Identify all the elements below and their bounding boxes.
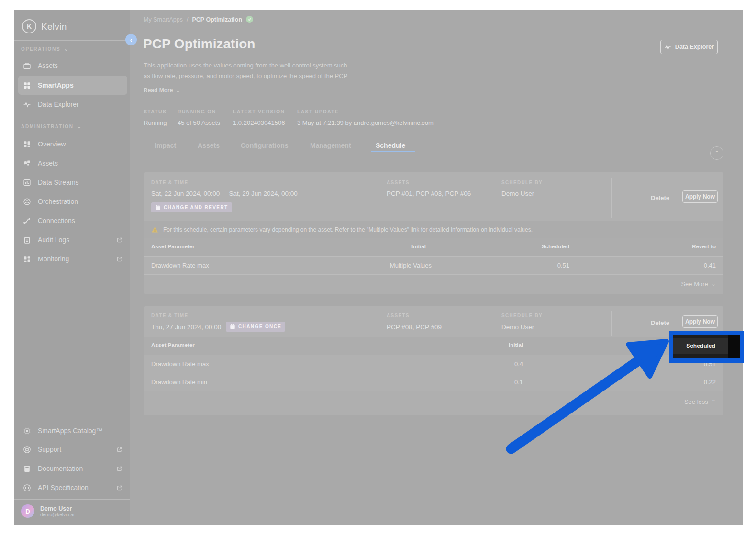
- last-update-label: LAST UPDATE: [297, 109, 339, 114]
- see-less-label: See less: [684, 398, 708, 405]
- sidebar-section-operations[interactable]: OPERATIONS ⌄: [21, 46, 69, 52]
- sidebar-collapse-button[interactable]: ‹: [125, 34, 137, 45]
- brand-name: Kelvin': [41, 22, 68, 32]
- sidebar-item-label: Monitoring: [38, 255, 69, 263]
- monitoring-grid-icon: [23, 255, 31, 263]
- badge-label: CHANGE AND REVERT: [164, 205, 228, 210]
- column-header: Asset Parameter: [151, 244, 195, 249]
- section-label: ADMINISTRATION: [21, 124, 74, 129]
- table-header-row: Asset Parameter Initial Scheduled Revert…: [144, 238, 723, 256]
- sidebar-item-assets[interactable]: Assets: [18, 56, 127, 75]
- brand-text: Kelvin: [41, 22, 67, 32]
- cell-revert-to: 0.41: [704, 262, 716, 269]
- user-menu[interactable]: D Demo User demo@kelvin.ai: [21, 504, 74, 518]
- date-time-label: DATE & TIME: [151, 180, 188, 185]
- chevron-down-icon: ⌄: [176, 88, 180, 93]
- cell-initial[interactable]: Multiple Values: [390, 262, 432, 269]
- read-more-toggle[interactable]: Read More ⌄: [144, 87, 180, 94]
- tab-schedule[interactable]: Schedule: [376, 142, 405, 149]
- schedule-by-label: SCHEDULE BY: [501, 313, 543, 318]
- sidebar-item-support[interactable]: Support: [18, 440, 127, 459]
- app-description-line2: as flow rate, pressure, and motor speed,…: [144, 72, 347, 79]
- warning-icon: [151, 226, 158, 233]
- tab-management[interactable]: Management: [310, 142, 351, 149]
- assets-label: ASSETS: [387, 313, 410, 318]
- sidebar-divider: [14, 418, 130, 418]
- sidebar-item-smartapps-catalog[interactable]: SmartApps Catalog™: [18, 421, 127, 440]
- breadcrumb-separator: /: [187, 16, 188, 23]
- sidebar-item-label: SmartApps Catalog™: [38, 427, 102, 435]
- assets-value: PCP #01, PCP #03, PCP #06: [387, 190, 471, 197]
- sidebar-item-label: Documentation: [38, 465, 83, 472]
- schedule-by-value: Demo User: [501, 190, 534, 197]
- dashboard-icon: [23, 140, 31, 148]
- last-update-value: 3 May at 7:21:39 by andre.gomes@kelvinin…: [297, 119, 434, 126]
- table-row: Drawdown Rate max Multiple Values 0.51 0…: [144, 256, 723, 274]
- sidebar-item-api-specification[interactable]: API Specification: [18, 478, 127, 497]
- delete-button[interactable]: Delete: [651, 194, 669, 201]
- breadcrumb-root-link[interactable]: My SmartApps: [144, 16, 183, 23]
- sidebar-item-data-explorer[interactable]: Data Explorer: [18, 95, 127, 114]
- apply-now-button[interactable]: Apply Now: [682, 190, 718, 203]
- running-on-value: 45 of 50 Assets: [178, 119, 220, 126]
- api-brackets-icon: [23, 484, 31, 492]
- chevron-down-icon: ⌄: [64, 46, 69, 52]
- sidebar-item-data-streams[interactable]: Data Streams: [18, 173, 127, 192]
- annotation-highlight-box: [669, 331, 744, 363]
- sidebar-item-label: Connections: [38, 217, 75, 224]
- date-start: Sat, 22 Jun 2024, 00:00: [151, 190, 220, 197]
- sidebar-item-documentation[interactable]: Documentation: [18, 459, 127, 478]
- card-divider: [611, 178, 612, 218]
- sidebar-item-label: Assets: [38, 159, 58, 167]
- date-start: Thu, 27 Jun 2024, 00:00: [151, 324, 221, 331]
- schedule-card-1: DATE & TIME Sat, 22 Jun 2024, 00:00 Sat,…: [144, 172, 723, 294]
- tab-impact[interactable]: Impact: [155, 142, 176, 149]
- collapse-section-button[interactable]: ⌃: [710, 146, 723, 160]
- card-divider: [378, 178, 378, 218]
- bar-chart-icon: [23, 179, 31, 187]
- calendar-icon: [155, 204, 161, 211]
- assets-label: ASSETS: [387, 180, 410, 185]
- sidebar-item-admin-assets[interactable]: Assets: [18, 154, 127, 173]
- column-header: Scheduled: [542, 244, 569, 249]
- screenshot-root: K Kelvin' OPERATIONS ⌄ Assets SmartApps …: [0, 0, 756, 536]
- tab-assets[interactable]: Assets: [198, 142, 220, 149]
- latest-version-value: 1.0.202403041506: [233, 119, 285, 126]
- pulse-icon: [664, 44, 671, 51]
- see-less-toggle[interactable]: See less ⌃: [684, 398, 716, 405]
- sidebar-item-smartapps[interactable]: SmartApps: [18, 76, 127, 95]
- sidebar-item-overview[interactable]: Overview: [18, 134, 127, 154]
- sidebar-item-connections[interactable]: Connections: [18, 211, 127, 230]
- section-label: OPERATIONS: [21, 46, 60, 52]
- sidebar-item-label: Overview: [38, 140, 66, 148]
- data-explorer-label: Data Explorer: [675, 44, 714, 50]
- external-link-icon: [116, 447, 122, 453]
- sidebar-item-label: SmartApps: [38, 81, 74, 89]
- cell-parameter: Drawdown Rate min: [151, 379, 207, 386]
- date-separator: [224, 190, 224, 197]
- data-explorer-button[interactable]: Data Explorer: [660, 40, 718, 54]
- breadcrumb-current: PCP Optimization: [192, 16, 242, 23]
- sidebar-item-orchestration[interactable]: Orchestration: [18, 192, 127, 211]
- cell-scheduled: 0.22: [704, 379, 716, 386]
- apply-now-button[interactable]: Apply Now: [682, 315, 718, 328]
- brand-mark: ': [67, 22, 68, 27]
- tabs-divider: [144, 152, 723, 152]
- pulse-icon: [23, 100, 31, 109]
- date-end: Sat, 29 Jun 2024, 00:00: [229, 190, 297, 197]
- sidebar-divider: [14, 499, 130, 500]
- date-time-label: DATE & TIME: [151, 313, 188, 318]
- see-more-label: See More: [681, 280, 708, 288]
- breadcrumb: My SmartApps / PCP Optimization: [144, 16, 253, 23]
- active-tab-underline: [371, 151, 415, 152]
- sidebar-item-label: Support: [38, 446, 61, 453]
- sidebar-section-administration[interactable]: ADMINISTRATION ⌄: [21, 124, 82, 129]
- chevron-left-icon: ‹: [130, 36, 132, 44]
- sidebar-item-audit-logs[interactable]: Audit Logs: [18, 230, 127, 249]
- sidebar-item-label: Data Explorer: [38, 100, 79, 108]
- tab-configurations[interactable]: Configurations: [241, 142, 289, 149]
- sidebar-item-monitoring[interactable]: Monitoring: [18, 249, 127, 268]
- delete-button[interactable]: Delete: [651, 319, 669, 326]
- warning-text: For this schedule, certain parameters va…: [163, 226, 533, 233]
- see-more-toggle[interactable]: See More ⌄: [681, 280, 716, 288]
